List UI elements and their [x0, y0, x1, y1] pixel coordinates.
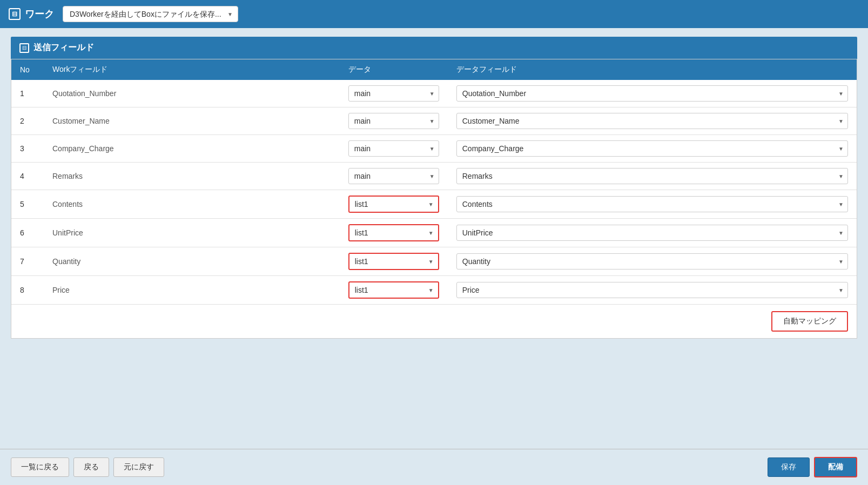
- data-field-cell: Price: [448, 276, 857, 305]
- data-field-dropdown[interactable]: Quotation_Number: [456, 85, 848, 102]
- deploy-button[interactable]: 配備: [814, 457, 857, 477]
- data-dropdown[interactable]: mainlist1: [349, 254, 438, 269]
- table-row: 2Customer_Namemainlist1Customer_Name: [11, 107, 857, 135]
- table-row: 5Contentsmainlist1Contents: [11, 190, 857, 219]
- data-cell: mainlist1: [340, 276, 448, 305]
- table-row: 3Company_Chargemainlist1Company_Charge: [11, 135, 857, 163]
- footer: 一覧に戻る 戻る 元に戻す 保存 配備: [0, 449, 868, 485]
- data-field-cell: Customer_Name: [448, 107, 857, 135]
- auto-mapping-button[interactable]: 自動マッピング: [771, 311, 848, 332]
- table-header-row: No Workフィールド データ データフィールド: [11, 59, 857, 80]
- work-field-name: Quotation_Number: [44, 80, 340, 107]
- fields-table: No Workフィールド データ データフィールド 1Quotation_Num…: [11, 59, 857, 304]
- data-dropdown[interactable]: mainlist1: [348, 168, 439, 184]
- data-cell: mainlist1: [340, 190, 448, 219]
- row-no: 6: [11, 219, 44, 247]
- top-bar-label: ワーク: [25, 8, 54, 21]
- data-field-dropdown[interactable]: Customer_Name: [456, 113, 848, 129]
- col-data-field: データフィールド: [448, 59, 857, 80]
- row-no: 2: [11, 107, 44, 135]
- data-dropdown[interactable]: mainlist1: [349, 197, 438, 212]
- main-content: ⊟ 送信フィールド No Workフィールド データ データフィールド 1Quo…: [0, 28, 868, 449]
- data-field-dropdown[interactable]: Remarks: [456, 168, 848, 184]
- work-field-name: Quantity: [44, 247, 340, 276]
- data-cell: mainlist1: [340, 135, 448, 163]
- revert-button[interactable]: 元に戻す: [113, 457, 164, 477]
- back-to-list-button[interactable]: 一覧に戻る: [11, 457, 69, 477]
- table-row: 6UnitPricemainlist1UnitPrice: [11, 219, 857, 247]
- work-icon: ⊟: [9, 8, 21, 20]
- table-row: 7Quantitymainlist1Quantity: [11, 247, 857, 276]
- table-row: 8Pricemainlist1Price: [11, 276, 857, 305]
- row-no: 3: [11, 135, 44, 163]
- row-no: 7: [11, 247, 44, 276]
- data-field-cell: UnitPrice: [448, 219, 857, 247]
- back-button[interactable]: 戻る: [73, 457, 109, 477]
- col-work-field: Workフィールド: [44, 59, 340, 80]
- data-field-cell: Company_Charge: [448, 135, 857, 163]
- data-dropdown[interactable]: mainlist1: [349, 282, 438, 298]
- col-no: No: [11, 59, 44, 80]
- section-icon: ⊟: [19, 43, 29, 53]
- auto-mapping-area: 自動マッピング: [11, 304, 857, 338]
- data-dropdown[interactable]: mainlist1: [348, 113, 439, 129]
- top-bar: ⊟ ワーク D3Workerを経由してBoxにファイルを保存...: [0, 0, 868, 28]
- section-header: ⊟ 送信フィールド: [11, 37, 857, 59]
- data-field-cell: Quantity: [448, 247, 857, 276]
- data-field-dropdown[interactable]: Price: [456, 282, 848, 298]
- data-dropdown[interactable]: mainlist1: [349, 225, 438, 240]
- data-cell: mainlist1: [340, 247, 448, 276]
- work-field-name: Remarks: [44, 163, 340, 190]
- data-dropdown[interactable]: mainlist1: [348, 85, 439, 102]
- data-cell: mainlist1: [340, 107, 448, 135]
- work-field-name: UnitPrice: [44, 219, 340, 247]
- row-no: 5: [11, 190, 44, 219]
- data-field-cell: Remarks: [448, 163, 857, 190]
- footer-left: 一覧に戻る 戻る 元に戻す: [11, 457, 164, 477]
- data-cell: mainlist1: [340, 219, 448, 247]
- data-dropdown[interactable]: mainlist1: [348, 140, 439, 157]
- workflow-dropdown-wrapper[interactable]: D3Workerを経由してBoxにファイルを保存...: [63, 6, 238, 22]
- save-button[interactable]: 保存: [768, 457, 810, 477]
- row-no: 4: [11, 163, 44, 190]
- data-field-dropdown[interactable]: UnitPrice: [456, 225, 848, 241]
- workflow-dropdown[interactable]: D3Workerを経由してBoxにファイルを保存...: [63, 6, 238, 22]
- work-field-name: Company_Charge: [44, 135, 340, 163]
- row-no: 8: [11, 276, 44, 305]
- fields-table-container: No Workフィールド データ データフィールド 1Quotation_Num…: [11, 59, 857, 339]
- table-row: 1Quotation_Numbermainlist1Quotation_Numb…: [11, 80, 857, 107]
- work-field-name: Contents: [44, 190, 340, 219]
- data-field-dropdown[interactable]: Company_Charge: [456, 140, 848, 157]
- work-field-name: Customer_Name: [44, 107, 340, 135]
- data-field-dropdown[interactable]: Quantity: [456, 253, 848, 270]
- row-no: 1: [11, 80, 44, 107]
- data-field-dropdown[interactable]: Contents: [456, 196, 848, 212]
- data-cell: mainlist1: [340, 163, 448, 190]
- section-title: 送信フィールド: [33, 42, 94, 53]
- footer-right: 保存 配備: [768, 457, 857, 477]
- work-field-name: Price: [44, 276, 340, 305]
- top-bar-title: ⊟ ワーク: [9, 8, 54, 21]
- data-field-cell: Quotation_Number: [448, 80, 857, 107]
- data-field-cell: Contents: [448, 190, 857, 219]
- data-cell: mainlist1: [340, 80, 448, 107]
- table-row: 4Remarksmainlist1Remarks: [11, 163, 857, 190]
- col-data: データ: [340, 59, 448, 80]
